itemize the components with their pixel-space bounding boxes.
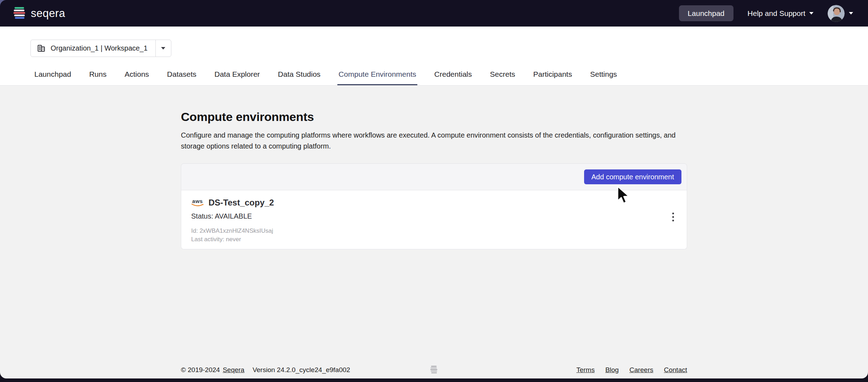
tab-compute-environments[interactable]: Compute Environments bbox=[337, 70, 417, 85]
avatar bbox=[828, 5, 845, 22]
seqera-logo-icon bbox=[13, 6, 26, 21]
compute-environment-last-activity: Last activity: never bbox=[191, 235, 678, 244]
tab-settings[interactable]: Settings bbox=[589, 70, 618, 85]
main-content: Compute environments Configure and manag… bbox=[0, 86, 868, 378]
page-description: Configure and manage the computing platf… bbox=[181, 130, 687, 152]
brand-name: seqera bbox=[31, 7, 65, 20]
compute-environment-id: Id: 2xWBA1xznHlZ4NSksIUsaj bbox=[191, 227, 678, 235]
tab-secrets[interactable]: Secrets bbox=[489, 70, 516, 85]
launchpad-button[interactable]: Launchpad bbox=[679, 5, 733, 21]
tab-participants[interactable]: Participants bbox=[532, 70, 573, 85]
tab-credentials[interactable]: Credentials bbox=[433, 70, 473, 85]
tab-data-studios[interactable]: Data Studios bbox=[277, 70, 321, 85]
compute-environment-card: aws DS-Test_copy_2 Status: AVAILABLE bbox=[181, 190, 687, 249]
footer-copyright: © 2019-2024 Seqera Version 24.2.0_cycle2… bbox=[181, 366, 350, 374]
chevron-down-icon bbox=[809, 12, 813, 15]
tab-bar: Launchpad Runs Actions Datasets Data Exp… bbox=[33, 70, 618, 85]
footer: © 2019-2024 Seqera Version 24.2.0_cycle2… bbox=[181, 366, 687, 374]
terms-link[interactable]: Terms bbox=[576, 366, 595, 374]
page-title: Compute environments bbox=[181, 110, 687, 124]
user-menu[interactable] bbox=[828, 5, 853, 22]
version-label: Version 24.2.0_cycle24_e9fa002 bbox=[252, 366, 350, 374]
panel-toolbar: Add compute environment bbox=[181, 163, 687, 190]
help-and-support-menu[interactable]: Help and Support bbox=[748, 9, 813, 18]
workspace-header: Organization_1 | Workspace_1 Launchpad R… bbox=[0, 27, 868, 86]
seqera-logo[interactable]: seqera bbox=[13, 6, 65, 21]
seqera-link[interactable]: Seqera bbox=[223, 366, 244, 374]
add-compute-environment-button[interactable]: Add compute environment bbox=[584, 169, 681, 184]
footer-links: Terms Blog Careers Contact bbox=[576, 366, 687, 374]
tab-launchpad[interactable]: Launchpad bbox=[33, 70, 72, 85]
navbar-right: Launchpad Help and Support bbox=[679, 5, 853, 22]
careers-link[interactable]: Careers bbox=[629, 366, 653, 374]
contact-link[interactable]: Contact bbox=[664, 366, 687, 374]
seqera-mark-icon bbox=[430, 365, 438, 374]
workspace-selector[interactable]: Organization_1 | Workspace_1 bbox=[30, 40, 171, 57]
help-and-support-label: Help and Support bbox=[748, 9, 805, 18]
org-building-icon bbox=[37, 44, 46, 53]
chevron-down-icon bbox=[161, 47, 165, 50]
kebab-menu-icon[interactable] bbox=[670, 210, 676, 224]
workspace-selector-main[interactable]: Organization_1 | Workspace_1 bbox=[31, 40, 155, 57]
compute-environment-name[interactable]: DS-Test_copy_2 bbox=[209, 198, 274, 208]
top-navbar: seqera Launchpad Help and Support bbox=[0, 0, 868, 27]
tab-datasets[interactable]: Datasets bbox=[166, 70, 198, 85]
workspace-selector-label: Organization_1 | Workspace_1 bbox=[51, 44, 148, 52]
compute-environments-panel: Add compute environment aws DS-Test_copy… bbox=[181, 163, 687, 249]
workspace-selector-toggle[interactable] bbox=[155, 40, 171, 57]
chevron-down-icon bbox=[849, 12, 853, 15]
tab-runs[interactable]: Runs bbox=[88, 70, 108, 85]
page: seqera Launchpad Help and Support bbox=[0, 0, 868, 382]
compute-environment-status: Status: AVAILABLE bbox=[191, 212, 678, 220]
blog-link[interactable]: Blog bbox=[605, 366, 619, 374]
tab-data-explorer[interactable]: Data Explorer bbox=[213, 70, 261, 85]
tab-actions[interactable]: Actions bbox=[124, 70, 150, 85]
aws-logo-icon: aws bbox=[191, 198, 204, 207]
